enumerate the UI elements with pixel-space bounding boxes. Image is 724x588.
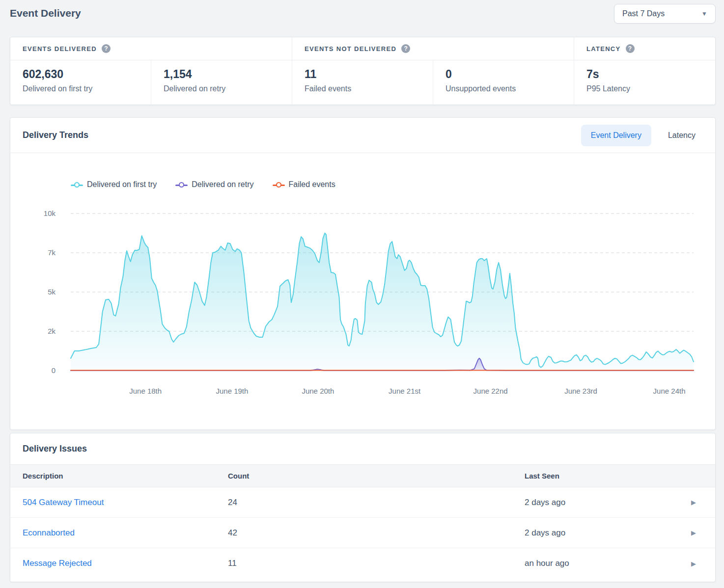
legend-marker-icon (175, 182, 188, 187)
delivery-trends-chart: 02k5k7k10kJune 18thJune 19thJune 20thJun… (10, 153, 716, 429)
svg-text:June 22nd: June 22nd (473, 387, 508, 395)
column-header-description: Description (10, 472, 216, 480)
svg-text:7k: 7k (48, 248, 56, 257)
chart-body: 02k5k7k10kJune 18thJune 19thJune 20thJun… (10, 153, 715, 429)
stats-body: 602,630 Delivered on first try 1,154 Del… (10, 60, 715, 105)
stat-label: P95 Latency (586, 84, 715, 93)
stat-value: 0 (446, 68, 574, 81)
legend-marker-icon (273, 182, 285, 187)
time-range-value: Past 7 Days (622, 9, 665, 18)
column-header-last-seen: Last Seen (512, 472, 676, 480)
event-delivery-page: Event Delivery Past 7 Days ▼ EVENTS DELI… (0, 0, 724, 588)
stats-group-label: EVENTS NOT DELIVERED (305, 45, 396, 53)
stat-label: Delivered on retry (164, 84, 292, 93)
table-row[interactable]: Message Rejected 11 an hour ago ▶ (10, 548, 715, 579)
legend-item-retry[interactable]: Delivered on retry (175, 180, 253, 189)
delivery-trends-card: Delivery Trends Event Delivery Latency 0… (10, 117, 716, 430)
stats-group-events-not-delivered: EVENTS NOT DELIVERED ? (292, 37, 574, 60)
trends-title: Delivery Trends (23, 130, 88, 140)
svg-text:June 23rd: June 23rd (564, 387, 597, 395)
stats-header: EVENTS DELIVERED ? EVENTS NOT DELIVERED … (10, 37, 715, 60)
legend-label: Delivered on retry (192, 180, 253, 189)
stats-group-events-delivered: EVENTS DELIVERED ? (10, 37, 292, 60)
svg-text:10k: 10k (44, 209, 56, 217)
trends-header: Delivery Trends Event Delivery Latency (10, 118, 715, 153)
tab-event-delivery[interactable]: Event Delivery (581, 125, 651, 146)
issue-count: 24 (216, 498, 512, 508)
legend-label: Failed events (289, 180, 335, 189)
stat-label: Failed events (305, 84, 433, 93)
legend-item-first-try[interactable]: Delivered on first try (71, 180, 157, 189)
help-icon[interactable]: ? (626, 44, 635, 53)
help-icon[interactable]: ? (102, 44, 111, 53)
svg-text:June 18th: June 18th (129, 387, 162, 395)
delivery-issues-card: Delivery Issues Description Count Last S… (10, 433, 716, 582)
column-header-count: Count (216, 472, 512, 480)
topbar: Event Delivery Past 7 Days ▼ (0, 0, 724, 37)
legend-item-failed[interactable]: Failed events (273, 180, 335, 189)
page-title: Event Delivery (10, 7, 81, 19)
issues-table: Description Count Last Seen 504 Gateway … (10, 464, 715, 579)
stat-delivered-first-try: 602,630 Delivered on first try (10, 60, 151, 105)
issue-count: 11 (216, 559, 512, 568)
stats-group-label: LATENCY (586, 45, 621, 53)
stat-value: 1,154 (164, 68, 292, 81)
issue-link[interactable]: Message Rejected (23, 559, 92, 568)
time-range-dropdown[interactable]: Past 7 Days ▼ (614, 4, 716, 24)
stats-group-label: EVENTS DELIVERED (23, 45, 97, 53)
stat-failed-events: 11 Failed events (292, 60, 433, 105)
issues-title: Delivery Issues (10, 433, 715, 464)
chevron-right-icon[interactable]: ▶ (676, 499, 715, 506)
stat-p95-latency: 7s P95 Latency (574, 60, 715, 105)
issue-link[interactable]: 504 Gateway Timeout (23, 498, 104, 507)
legend-marker-icon (71, 182, 83, 187)
legend-label: Delivered on first try (87, 180, 157, 189)
issue-count: 42 (216, 528, 512, 538)
svg-text:June 19th: June 19th (216, 387, 248, 395)
issue-link[interactable]: Econnaborted (23, 528, 75, 537)
stat-value: 602,630 (23, 68, 151, 81)
stat-unsupported-events: 0 Unsupported events (433, 60, 574, 105)
issue-last-seen: 2 days ago (512, 498, 676, 508)
stat-delivered-retry: 1,154 Delivered on retry (151, 60, 292, 105)
stats-group-latency: LATENCY ? (574, 37, 715, 60)
stat-value: 11 (305, 68, 433, 81)
issues-table-header: Description Count Last Seen (10, 464, 715, 487)
chevron-right-icon[interactable]: ▶ (676, 529, 715, 536)
trends-tabs: Event Delivery Latency (581, 125, 705, 146)
svg-text:2k: 2k (48, 327, 56, 335)
svg-text:0: 0 (52, 366, 56, 374)
chart-legend: Delivered on first try Delivered on retr… (71, 180, 335, 189)
help-icon[interactable]: ? (401, 44, 410, 53)
svg-text:June 24th: June 24th (653, 387, 686, 395)
chevron-down-icon: ▼ (701, 10, 707, 17)
stat-label: Delivered on first try (23, 84, 151, 93)
svg-text:June 21st: June 21st (389, 387, 421, 395)
stat-value: 7s (586, 68, 715, 81)
svg-text:June 20th: June 20th (302, 387, 334, 395)
stats-card: EVENTS DELIVERED ? EVENTS NOT DELIVERED … (10, 37, 716, 105)
stat-label: Unsupported events (446, 84, 574, 93)
table-row[interactable]: Econnaborted 42 2 days ago ▶ (10, 518, 715, 548)
tab-latency[interactable]: Latency (658, 125, 705, 146)
issue-last-seen: an hour ago (512, 559, 676, 568)
issue-last-seen: 2 days ago (512, 528, 676, 538)
table-row[interactable]: 504 Gateway Timeout 24 2 days ago ▶ (10, 487, 715, 518)
svg-text:5k: 5k (48, 288, 56, 296)
chevron-right-icon[interactable]: ▶ (676, 560, 715, 567)
